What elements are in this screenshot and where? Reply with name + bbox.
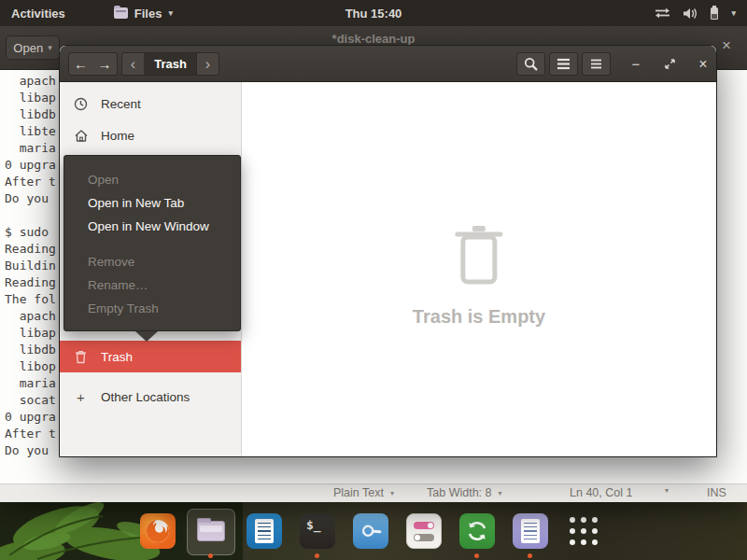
search-button[interactable] — [516, 52, 545, 76]
running-indicator-terminal — [315, 553, 319, 558]
app-menu-files[interactable]: Files ▾ — [114, 7, 173, 21]
clock[interactable]: Thu 15:40 — [345, 7, 402, 21]
text-editor-icon — [521, 519, 540, 543]
chevron-down-icon: ▾ — [48, 43, 52, 52]
menu-item-remove: Remove — [64, 250, 240, 273]
volume-icon — [683, 7, 698, 20]
window-menu-button[interactable] — [582, 52, 611, 76]
firefox-icon — [140, 513, 176, 549]
trash-icon — [73, 350, 89, 364]
dock-item-text-editor[interactable] — [513, 513, 548, 549]
software-icon — [359, 520, 382, 542]
gedit-statusbar: Plain Text ▾ Tab Width: 8 ▾ Ln 40, Col 1… — [0, 483, 747, 502]
maximize-button[interactable] — [655, 52, 684, 76]
chevron-left-icon: ‹ — [131, 56, 135, 73]
activities-button[interactable]: Activities — [11, 7, 65, 21]
menu-item-open-new-tab[interactable]: Open in New Tab — [64, 191, 240, 215]
system-status-area[interactable]: ▾ — [655, 6, 736, 21]
writer-document-icon — [255, 519, 274, 543]
maximize-icon — [664, 58, 676, 70]
view-toggle-button[interactable] — [549, 52, 578, 76]
gedit-open-button[interactable]: Open ▾ — [6, 35, 60, 60]
battery-icon — [710, 6, 719, 21]
chevron-down-icon: ▾ — [731, 8, 736, 18]
path-previous-button[interactable]: ‹ — [121, 52, 145, 76]
sidebar-item-label: Other Locations — [101, 390, 190, 404]
trash-empty-state: Trash is Empty — [413, 222, 545, 328]
toggle-pill-icon — [414, 534, 434, 541]
gedit-language-selector[interactable]: Plain Text ▾ — [333, 486, 394, 499]
minimize-button[interactable]: − — [622, 52, 650, 76]
gedit-open-label: Open — [13, 41, 43, 55]
gedit-buffer-text: apach libap libdb libte maria 0 upgra Af… — [5, 73, 56, 459]
gnome-top-bar: Activities Files ▾ Thu 15:40 ▾ — [0, 0, 747, 26]
toggle-pill-icon — [414, 522, 434, 529]
chevron-down-icon: ▾ — [498, 489, 501, 497]
files-app-icon — [114, 7, 128, 19]
dock-item-libreoffice-writer[interactable] — [247, 513, 282, 549]
recent-clock-icon — [73, 97, 89, 111]
gedit-close-button[interactable]: × — [717, 36, 736, 55]
dock-item-terminal[interactable]: $_ — [300, 513, 335, 549]
dock: $_ — [0, 511, 747, 560]
gedit-cursor-position: Ln 40, Col 1 — [570, 486, 632, 499]
plus-icon: + — [73, 389, 89, 405]
running-indicator-text-editor — [528, 553, 532, 558]
hamburger-menu-icon — [590, 59, 602, 69]
files-content-area[interactable]: Trash is Empty — [242, 82, 716, 456]
menu-item-open: Open — [64, 168, 240, 191]
trash-context-menu: Open Open in New Tab Open in New Window … — [63, 155, 241, 331]
search-icon — [524, 57, 538, 71]
close-button[interactable]: × — [689, 52, 717, 76]
menu-item-rename: Rename… — [64, 273, 240, 297]
forward-button[interactable]: → — [92, 52, 118, 76]
sidebar-item-label: Recent — [101, 97, 141, 111]
menu-item-empty-trash: Empty Trash — [64, 297, 240, 320]
chevron-down-icon: ▾ — [390, 489, 394, 497]
pathbar-location-label: Trash — [154, 57, 187, 71]
gedit-language-label: Plain Text — [333, 486, 384, 499]
gedit-tab-width-selector[interactable]: Tab Width: 8 ▾ — [427, 486, 502, 499]
chevron-down-icon: ▾ — [168, 8, 173, 18]
dock-item-firefox[interactable] — [140, 513, 176, 549]
sidebar-item-trash[interactable]: Trash — [60, 341, 241, 372]
empty-state-title: Trash is Empty — [413, 306, 545, 328]
running-indicator-files — [208, 553, 213, 558]
terminal-prompt-icon: $_ — [306, 518, 321, 532]
pathbar-location-button[interactable]: Trash — [144, 52, 197, 76]
empty-trash-icon — [452, 222, 506, 287]
chevron-down-icon: ▾ — [665, 486, 669, 495]
update-arrows-icon — [465, 519, 489, 543]
dock-item-settings[interactable] — [406, 513, 442, 549]
menu-item-open-new-window[interactable]: Open in New Window — [64, 215, 240, 238]
dock-item-show-applications[interactable] — [566, 513, 601, 549]
path-next-button[interactable]: › — [196, 52, 219, 76]
sidebar-item-other-locations[interactable]: + Other Locations — [60, 383, 241, 412]
list-view-icon — [557, 58, 571, 70]
running-indicator-updater — [474, 553, 479, 558]
files-headerbar: ← → ‹ Trash › − — [60, 46, 716, 82]
gedit-cursor-label: Ln 40, Col 1 — [570, 486, 632, 499]
sidebar-item-label: Trash — [101, 350, 133, 364]
menu-separator — [64, 238, 240, 250]
back-arrow-icon: ← — [74, 57, 88, 71]
app-menu-label: Files — [134, 7, 162, 21]
gedit-statusbar-dropdown[interactable]: ▾ — [665, 486, 669, 495]
dock-item-files[interactable] — [193, 513, 229, 549]
gedit-ins-label: INS — [707, 486, 726, 499]
home-icon — [73, 129, 89, 143]
gedit-overwrite-mode: INS — [707, 486, 726, 499]
gedit-tab-width-label: Tab Width: 8 — [427, 486, 491, 499]
sidebar-item-label: Home — [101, 129, 134, 143]
sidebar-item-recent[interactable]: Recent — [60, 90, 241, 119]
context-menu-pointer — [135, 331, 158, 342]
back-button[interactable]: ← — [68, 52, 93, 76]
files-icon — [197, 521, 225, 541]
dock-item-software-updater[interactable] — [459, 513, 495, 549]
sidebar-item-home[interactable]: Home — [60, 121, 241, 150]
chevron-right-icon: › — [205, 56, 210, 73]
gedit-window-title: *disk-clean-up — [332, 32, 416, 46]
dock-item-software[interactable] — [353, 513, 388, 549]
network-arrows-icon — [655, 7, 670, 19]
forward-arrow-icon: → — [98, 57, 112, 71]
